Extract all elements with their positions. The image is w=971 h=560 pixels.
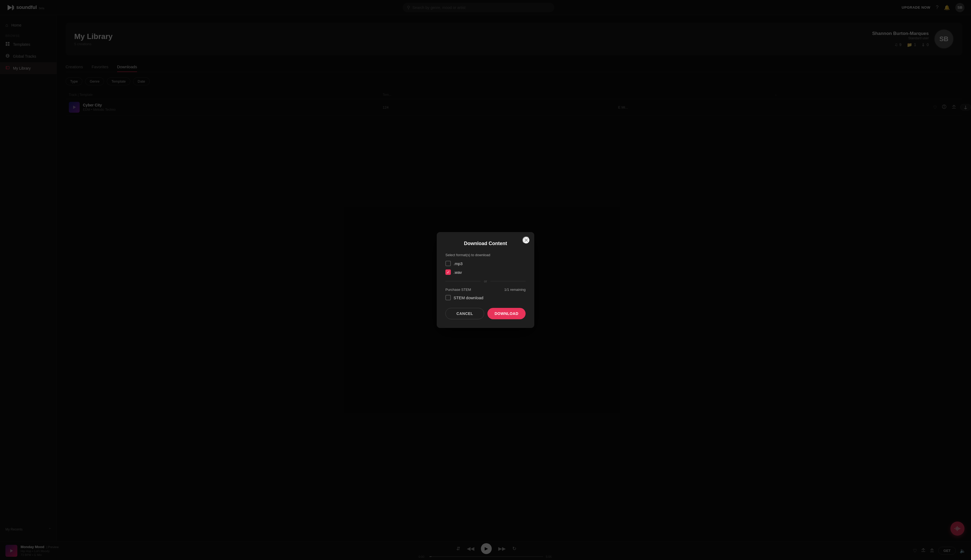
stem-label[interactable]: STEM download (454, 295, 483, 300)
cancel-button[interactable]: CANCEL (445, 308, 484, 319)
purchase-stem-label: Purchase STEM (445, 288, 471, 292)
mp3-label[interactable]: .mp3 (454, 261, 462, 266)
wav-label[interactable]: .wav (454, 270, 462, 275)
wav-checkbox[interactable]: ✓ (445, 270, 451, 275)
or-label: or (484, 279, 487, 283)
download-modal: Download Content ✕ Select format(s) to d… (437, 232, 534, 328)
mp3-checkbox[interactable] (445, 261, 451, 266)
modal-divider: or (445, 279, 526, 283)
stem-checkbox[interactable] (445, 295, 451, 300)
modal-title: Download Content (445, 241, 526, 247)
mp3-checkbox-row: .mp3 (445, 261, 526, 266)
remaining-label: 1/1 remaining (504, 288, 526, 292)
modal-overlay[interactable]: Download Content ✕ Select format(s) to d… (0, 0, 971, 560)
stem-checkbox-row: STEM download (445, 295, 526, 300)
modal-close-button[interactable]: ✕ (522, 237, 530, 244)
modal-buttons: CANCEL DOWNLOAD (445, 308, 526, 319)
wav-check-icon: ✓ (447, 270, 450, 274)
format-section-label: Select format(s) to download (445, 253, 526, 257)
wav-checkbox-row: ✓ .wav (445, 270, 526, 275)
download-confirm-button[interactable]: DOWNLOAD (487, 308, 526, 319)
stem-header-row: Purchase STEM 1/1 remaining (445, 288, 526, 292)
